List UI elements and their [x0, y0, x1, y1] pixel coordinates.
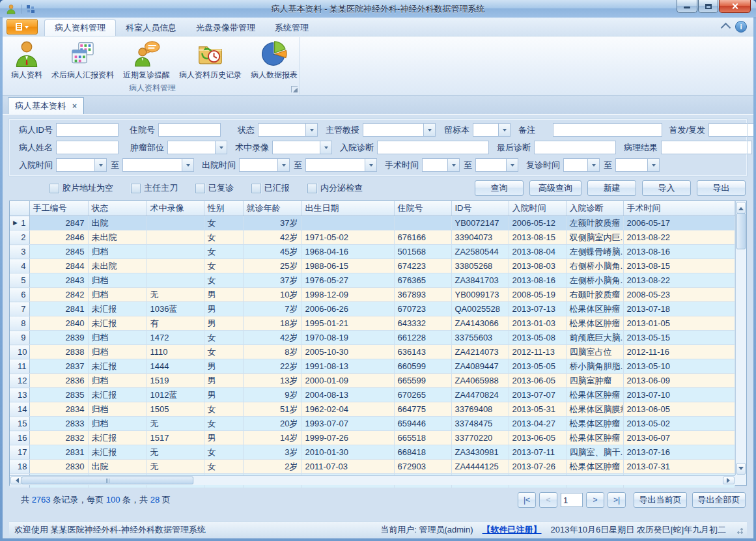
table-row[interactable]: ▶13 2835 未汇报 1012蓝 男 9岁 2004-08-13 67026… [10, 388, 735, 402]
scroll-up-icon[interactable] [736, 202, 746, 214]
filter-checkbox[interactable]: 已复诊 [195, 182, 234, 194]
followup-from-combobox[interactable] [563, 158, 600, 172]
dropdown-arrow-icon[interactable] [647, 158, 660, 172]
ribbon-action-history-records[interactable]: 病人资料历史记录 [175, 39, 246, 81]
horizontal-scrollbar[interactable] [10, 475, 735, 485]
dropdown-arrow-icon[interactable] [506, 158, 518, 172]
ribbon-tab-system[interactable]: 系统管理 [265, 20, 318, 36]
advanced-query-button[interactable]: 高级查询 [529, 180, 581, 196]
inpatient-no-input[interactable] [158, 123, 221, 137]
import-button[interactable]: 导入 [642, 180, 691, 196]
export-button[interactable]: 导出 [697, 180, 746, 196]
filter-checkbox[interactable]: 胶片地址为空 [49, 182, 113, 194]
discharge-to-combobox[interactable] [305, 158, 377, 172]
header-admission-time[interactable]: 入院时间 [509, 201, 566, 216]
table-row[interactable]: ▶15 2833 归档 无 女 20岁 1993-07-07 659446 33… [10, 417, 735, 431]
patient-name-input[interactable] [56, 141, 119, 154]
scroll-left-icon[interactable] [10, 477, 22, 484]
table-row[interactable]: ▶8 2840 未汇报 有 男 18岁 1995-01-21 643332 ZA… [10, 316, 735, 331]
ribbon-action-data-reports[interactable]: 病人数据报表 [246, 39, 302, 81]
table-row[interactable]: ▶3 2845 归档 女 45岁 1968-04-16 501568 ZA258… [10, 245, 735, 259]
scroll-down-icon[interactable] [736, 463, 746, 475]
table-row[interactable]: ▶7 2841 未汇报 1036蓝 男 7岁 2006-06-26 670723… [10, 302, 735, 316]
surgery-to-combobox[interactable] [475, 158, 518, 172]
patient-id-input[interactable] [56, 123, 119, 137]
header-visit-age[interactable]: 就诊年龄 [243, 201, 301, 216]
table-row[interactable]: ▶4 2844 未出院 女 25岁 1988-06-15 674223 3380… [10, 259, 735, 273]
checkbox-box[interactable] [49, 184, 59, 193]
dialog-launcher-icon[interactable] [291, 86, 298, 92]
dropdown-arrow-icon[interactable] [498, 123, 511, 137]
table-row[interactable]: ▶5 2843 归档 女 37岁 1976-05-27 676365 ZA384… [10, 273, 735, 288]
admission-to-combobox[interactable] [122, 158, 194, 172]
app-logo-icon[interactable] [6, 4, 16, 14]
table-row[interactable]: ▶16 2832 未汇报 1517 男 14岁 1999-07-26 66551… [10, 431, 735, 445]
filter-checkbox[interactable]: 主任主刀 [131, 182, 178, 194]
final-dx-input[interactable] [534, 141, 616, 154]
help-info-icon[interactable]: i [735, 21, 747, 33]
table-row[interactable]: ▶12 2836 归档 1519 男 13岁 2000-01-09 665599… [10, 374, 735, 388]
table-row[interactable]: ▶1 2847 出院 女 37岁 YB0072147 2006-05-12 [10, 216, 735, 230]
checkbox-box[interactable] [307, 184, 317, 193]
table-row[interactable]: ▶18 2830 出院 无 女 2岁 2011-07-03 672903 ZA4… [10, 460, 735, 474]
dropdown-arrow-icon[interactable] [447, 158, 460, 172]
minimize-button[interactable] [677, 0, 697, 13]
first-page-button[interactable]: |< [518, 492, 536, 508]
tab-close-icon[interactable]: × [72, 102, 77, 111]
checkbox-box[interactable] [131, 184, 141, 193]
first-recur-combobox[interactable] [708, 123, 753, 137]
table-row[interactable]: ▶6 2842 归档 无 男 10岁 1998-12-09 367893 YB0… [10, 288, 735, 302]
table-row[interactable]: ▶11 2837 未汇报 1444 男 22岁 1991-08-13 66059… [10, 359, 735, 374]
header-birth-date[interactable]: 出生日期 [301, 201, 394, 216]
header-intraop-video[interactable]: 术中录像 [147, 201, 204, 216]
table-row[interactable]: ▶10 2838 归档 1110 女 8岁 2005-10-30 636143 … [10, 345, 735, 359]
header-gender[interactable]: 性别 [204, 201, 243, 216]
export-all-pages-button[interactable]: 导出全部页 [692, 492, 746, 508]
header-admission-dx[interactable]: 入院诊断 [566, 201, 623, 216]
table-row[interactable]: ▶14 2834 归档 1505 女 51岁 1962-02-04 664775… [10, 402, 735, 417]
admission-dx-input[interactable] [377, 141, 489, 154]
dropdown-arrow-icon[interactable] [587, 158, 600, 172]
pathology-input[interactable] [661, 141, 752, 154]
surgery-from-combobox[interactable] [422, 158, 460, 172]
filter-checkbox[interactable]: 已汇报 [251, 182, 290, 194]
header-surgery-time[interactable]: 手术时间 [623, 201, 735, 216]
ribbon-tab-department-staff[interactable]: 科室人员信息 [116, 20, 186, 36]
vertical-scroll-thumb[interactable] [736, 213, 746, 249]
professor-combobox[interactable] [363, 123, 436, 137]
prev-page-button[interactable]: < [539, 492, 557, 508]
registered-link[interactable]: 【软件已注册】 [483, 524, 542, 536]
header-inpatient-no[interactable]: 住院号 [394, 201, 451, 216]
close-button[interactable] [719, 0, 751, 13]
table-row[interactable]: ▶17 2831 未汇报 无 女 3岁 2010-01-30 668418 ZA… [10, 445, 735, 460]
tumor-site-combobox[interactable] [167, 141, 227, 154]
dropdown-arrow-icon[interactable] [182, 158, 194, 172]
specimen-combobox[interactable] [473, 123, 511, 137]
status-combobox[interactable] [258, 123, 318, 137]
checkbox-box[interactable] [251, 184, 261, 193]
dropdown-arrow-icon[interactable] [277, 158, 290, 172]
maximize-button[interactable] [698, 0, 718, 13]
table-row[interactable]: ▶9 2839 归档 1472 女 42岁 1970-08-19 661228 … [10, 331, 735, 345]
resize-grip-icon[interactable] [735, 526, 743, 534]
quick-access-grid-icon[interactable] [26, 5, 35, 14]
header-manual-no[interactable]: 手工编号 [29, 201, 88, 216]
discharge-from-combobox[interactable] [239, 158, 290, 172]
header-status[interactable]: 状态 [88, 201, 147, 216]
dropdown-arrow-icon[interactable] [215, 141, 227, 154]
new-button[interactable]: 新建 [587, 180, 636, 196]
scroll-right-icon[interactable] [723, 477, 735, 484]
next-page-button[interactable]: > [586, 492, 604, 508]
ribbon-action-followup-reminder[interactable]: 近期复诊提醒 [119, 39, 175, 81]
dropdown-arrow-icon[interactable] [94, 158, 107, 172]
vertical-scrollbar[interactable] [735, 201, 746, 475]
remark-input[interactable] [553, 123, 662, 137]
ribbon-action-postop-report[interactable]: 术后病人汇报资料 [47, 39, 119, 81]
admission-from-combobox[interactable] [56, 158, 107, 172]
header-id-no[interactable]: ID号 [451, 201, 509, 216]
query-button[interactable]: 查询 [475, 180, 524, 196]
last-page-button[interactable]: >| [608, 492, 626, 508]
status-combobox-field[interactable] [258, 123, 305, 137]
dropdown-arrow-icon[interactable] [320, 141, 332, 154]
dropdown-arrow-icon[interactable] [423, 123, 436, 137]
